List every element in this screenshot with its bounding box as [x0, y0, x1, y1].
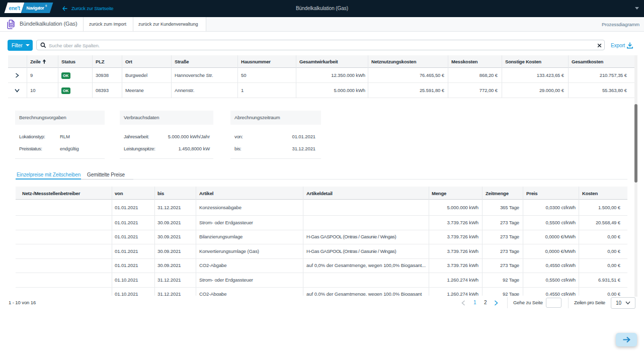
- svg-text:Navigator: Navigator: [27, 6, 45, 11]
- svg-text:ene't: ene't: [9, 5, 21, 11]
